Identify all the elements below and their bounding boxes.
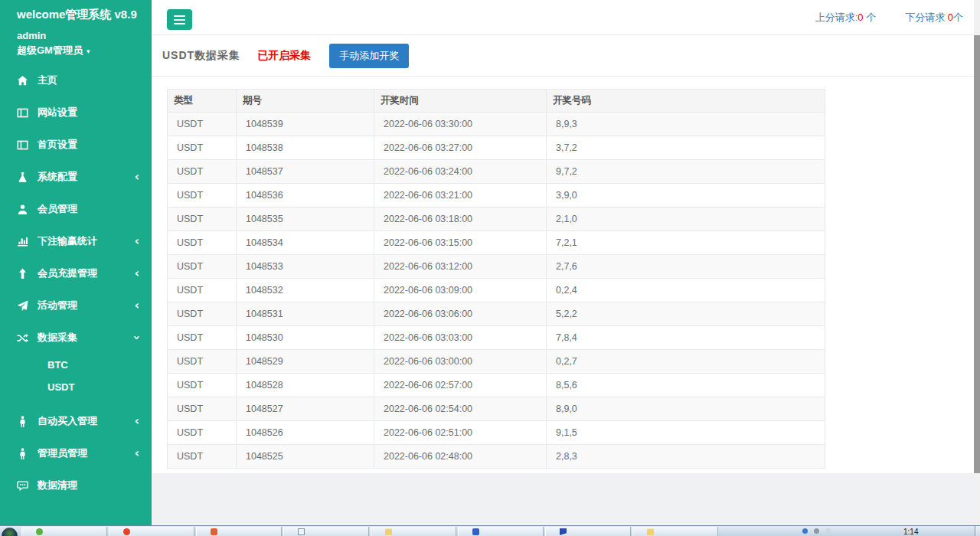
cell-draw-numbers: 7,8,4: [547, 326, 825, 350]
taskbar-button-1[interactable]: [109, 527, 194, 536]
shuffle-icon: [17, 332, 28, 344]
cell-issue-number: 1048534: [237, 231, 374, 255]
cell-issue-number: 1048529: [237, 350, 374, 374]
sidebar-subitem-usdt[interactable]: USDT: [0, 376, 152, 398]
chevron-left-icon: ‹: [134, 267, 139, 279]
sidebar-item-4[interactable]: 会员管理: [0, 193, 152, 225]
sidebar-item-5[interactable]: 下注输赢统计‹: [0, 225, 152, 257]
taskbar-button-6[interactable]: [545, 527, 631, 536]
sidebar-toggle-button[interactable]: [167, 9, 192, 30]
cell-draw-numbers: 2,8,3: [547, 445, 825, 469]
collection-status-badge: 已开启采集: [257, 49, 311, 63]
cell-draw-time: 2022-06-06 02:57:00: [374, 374, 547, 397]
sidebar-item-3[interactable]: 系统配置‹: [0, 161, 152, 193]
sidebar-item-6[interactable]: 会员充提管理‹: [0, 257, 152, 289]
up-score-request-link[interactable]: 上分请求:0 个: [815, 11, 876, 25]
sidebar-item-12[interactable]: 管理员管理‹: [0, 437, 152, 469]
taskbar-button-0[interactable]: [21, 527, 107, 536]
chevron-down-icon: ‹: [131, 335, 143, 341]
window-app-icon: [298, 528, 305, 535]
draws-table: 类型期号开奖时间开奖号码 USDT10485392022-06-06 03:30…: [167, 89, 825, 469]
sidebar-item-7[interactable]: 活动管理‹: [0, 289, 152, 322]
sidebar-header: welcome管理系统 v8.9 admin 超级GM管理员▾: [0, 0, 152, 57]
sidebar-item-0[interactable]: 主页: [0, 64, 152, 96]
table-row: USDT10485322022-06-06 03:09:000,2,4: [168, 279, 825, 302]
start-button[interactable]: [2, 528, 18, 536]
cell-draw-time: 2022-06-06 03:09:00: [374, 279, 547, 302]
chevron-left-icon: ‹: [134, 235, 139, 247]
table-row: USDT10485392022-06-06 03:30:008,9,3: [168, 113, 825, 136]
sidebar-subitem-btc[interactable]: BTC: [0, 354, 152, 376]
cell-type: USDT: [168, 208, 237, 231]
table-row: USDT10485292022-06-06 03:00:000,2,7: [168, 350, 825, 374]
arrow-up-icon: [17, 268, 28, 279]
cell-draw-numbers: 8,5,6: [547, 374, 825, 397]
hamburger-icon: [174, 15, 185, 17]
cell-type: USDT: [168, 160, 237, 184]
chevron-left-icon: ‹: [134, 415, 139, 427]
cell-draw-numbers: 8,9,3: [547, 113, 825, 136]
sidebar-item-label: 数据清理: [38, 479, 139, 492]
taskbar-button-4[interactable]: [371, 527, 456, 536]
cell-draw-time: 2022-06-06 03:12:00: [374, 255, 547, 279]
blue-flag-icon: [560, 528, 567, 535]
cell-type: USDT: [168, 421, 237, 445]
column-header: 开奖号码: [547, 90, 825, 113]
light-tray-icon[interactable]: [825, 528, 831, 534]
sidebar-item-label: 系统配置: [38, 170, 134, 184]
cell-draw-time: 2022-06-06 03:06:00: [374, 302, 547, 326]
role-dropdown[interactable]: 超级GM管理员▾: [17, 44, 138, 57]
cell-draw-time: 2022-06-06 03:27:00: [374, 136, 547, 160]
sidebar-subitem-label: USDT: [47, 381, 74, 393]
cell-draw-time: 2022-06-06 02:48:00: [374, 445, 547, 469]
scrollbar-thumb[interactable]: [974, 35, 980, 473]
cell-draw-numbers: 3,9,0: [547, 184, 825, 208]
sidebar-item-8[interactable]: 数据采集‹: [0, 322, 152, 354]
sidebar-item-label: 会员管理: [38, 202, 139, 216]
taskbar-button-7[interactable]: [632, 527, 718, 536]
cell-type: USDT: [168, 445, 237, 469]
table-row: USDT10485372022-06-06 03:24:009,7,2: [168, 160, 825, 184]
taskbar-button-5[interactable]: [458, 527, 544, 536]
taskbar-button-3[interactable]: [283, 527, 369, 536]
app-title: welcome管理系统 v8.9: [17, 8, 138, 22]
chevron-left-icon: ‹: [134, 447, 139, 459]
topbar-links: 上分请求:0 个 下分请求 0个: [815, 0, 963, 34]
cell-draw-time: 2022-06-06 03:24:00: [374, 160, 547, 184]
flask-icon: [17, 172, 28, 183]
taskbar: 1:14: [0, 525, 980, 536]
sidebar-item-label: 活动管理: [38, 299, 134, 312]
gray-tray-icon[interactable]: [814, 528, 819, 534]
sidebar-item-2[interactable]: 首页设置: [0, 129, 152, 161]
blue-app-icon: [472, 528, 479, 535]
cell-issue-number: 1048535: [237, 208, 374, 231]
sidebar-item-13[interactable]: 数据清理: [0, 469, 152, 502]
sidebar-item-label: 数据采集: [38, 331, 134, 345]
globe-icon[interactable]: [802, 528, 808, 534]
person-icon: [17, 416, 28, 427]
cell-type: USDT: [168, 136, 237, 160]
sidebar-item-1[interactable]: 网站设置: [0, 96, 152, 129]
caret-down-icon: ▾: [87, 47, 90, 55]
cell-draw-numbers: 0,2,7: [547, 350, 825, 374]
cell-draw-time: 2022-06-06 02:51:00: [374, 421, 547, 445]
table-row: USDT10485312022-06-06 03:06:005,2,2: [168, 302, 825, 326]
green-app-icon: [36, 528, 43, 535]
taskbar-button-2[interactable]: [196, 527, 282, 536]
sidebar-item-11[interactable]: 自动买入管理‹: [0, 405, 152, 437]
cell-draw-time: 2022-06-06 03:15:00: [374, 231, 547, 255]
person-icon: [17, 448, 28, 459]
manual-add-draw-button[interactable]: 手动添加开奖: [329, 44, 409, 68]
cell-draw-numbers: 9,1,5: [547, 421, 825, 445]
show-desktop-button[interactable]: [975, 526, 980, 536]
table-row: USDT10485362022-06-06 03:21:003,9,0: [168, 184, 825, 208]
sidebar-subitem-label: BTC: [47, 359, 68, 371]
bar-chart-icon: [17, 236, 28, 247]
down-score-request-link[interactable]: 下分请求 0个: [905, 11, 963, 25]
page-title: USDT数据采集: [162, 49, 240, 63]
column-header: 开奖时间: [374, 90, 547, 113]
down-score-count: 0: [948, 11, 953, 23]
yellow-folder-icon: [647, 528, 654, 535]
scrollbar-track[interactable]: [974, 0, 980, 525]
user-icon: [17, 204, 28, 215]
